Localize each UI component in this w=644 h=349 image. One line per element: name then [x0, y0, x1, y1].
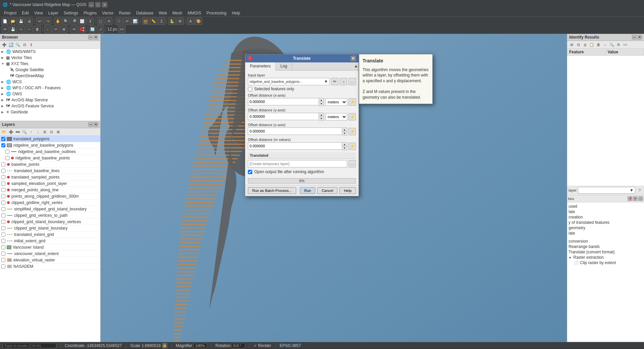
- statistics-button[interactable]: Σ: [158, 17, 165, 25]
- browser-item-xyz[interactable]: ▼ ▦ XYZ Tiles: [0, 61, 100, 67]
- log-item-geometry[interactable]: geometry: [569, 225, 643, 231]
- browser-close-btn[interactable]: ✕: [94, 35, 98, 40]
- layer-initial-extent-check[interactable]: [1, 239, 5, 243]
- layer-ridgeline-polygons-check[interactable]: [1, 143, 5, 147]
- merge-button[interactable]: ⊕: [60, 26, 67, 33]
- edit-mode-button[interactable]: ✏: [1, 26, 9, 33]
- menu-mmgis[interactable]: MMGIS: [185, 10, 204, 16]
- new-project-button[interactable]: 📄: [1, 17, 9, 25]
- move-feature-button[interactable]: ↔: [25, 26, 33, 33]
- layer-translated-extent[interactable]: translated_extent_grid: [0, 232, 100, 238]
- layer-expand-btn[interactable]: ⊟: [48, 129, 54, 135]
- menu-mesh[interactable]: Mesh: [170, 10, 185, 16]
- layer-baseline-points-check[interactable]: [1, 162, 5, 166]
- identify-print-btn[interactable]: 🖨: [582, 42, 588, 48]
- layer-initial-extent[interactable]: initial_extent_grid: [0, 238, 100, 244]
- log-item-used[interactable]: used: [569, 204, 643, 209]
- identify-clear-btn[interactable]: 🗑: [595, 42, 601, 48]
- processing-button[interactable]: ⚙: [176, 17, 184, 25]
- layer-translated-sampled-check[interactable]: [1, 175, 5, 179]
- log-box-expand-btn[interactable]: □: [638, 196, 643, 201]
- scale-tool[interactable]: ⤢: [97, 26, 104, 33]
- zoom-in-button[interactable]: 🔍: [62, 17, 70, 25]
- offset-z-input[interactable]: 0.000000: [248, 128, 342, 135]
- menu-vector[interactable]: Vector: [100, 10, 116, 16]
- browser-item-google[interactable]: 🛰 Google Satellite: [0, 67, 100, 73]
- pan-tool[interactable]: ✋: [54, 17, 62, 25]
- layer-group-btn[interactable]: ⊞: [42, 129, 48, 135]
- offset-y-data-btn[interactable]: ⚡: [348, 113, 356, 120]
- menu-project[interactable]: Project: [1, 10, 19, 16]
- epsg-badge[interactable]: EPSG:3857: [280, 343, 301, 348]
- menu-plugins[interactable]: Plugins: [81, 10, 99, 16]
- calculator-button[interactable]: 🧮: [142, 17, 149, 25]
- deselect-button[interactable]: ✕: [105, 17, 112, 25]
- input-layer-more-btn[interactable]: …: [348, 78, 356, 85]
- style-button[interactable]: 🎨: [195, 17, 202, 25]
- digitize-toolbar-button[interactable]: ✏: [70, 26, 78, 33]
- offset-x-input[interactable]: 0.000000: [248, 98, 319, 105]
- log-item-rearrange[interactable]: Rearrange bands: [569, 244, 643, 249]
- layer-elevation-raster[interactable]: elevation_virtual_raster: [0, 257, 100, 263]
- translated-output-input[interactable]: [248, 160, 347, 167]
- layer-ridgeline-outlines[interactable]: ridgeline_and_baseline_outlines: [0, 149, 100, 155]
- add-layer-button[interactable]: ➕: [115, 17, 123, 25]
- layer-filter-btn[interactable]: 🔍: [21, 129, 28, 135]
- layer-baseline-points[interactable]: baseline_points: [0, 161, 100, 168]
- layer-clipped-gridline-vertex-check[interactable]: [1, 201, 5, 205]
- layer-open-btn[interactable]: 📂: [1, 129, 7, 135]
- layer-points-gridlines-check[interactable]: [1, 194, 5, 198]
- offset-x-data-btn[interactable]: ⚡: [348, 98, 356, 106]
- browser-properties-btn[interactable]: ℹ: [28, 42, 34, 48]
- offset-y-down[interactable]: ▼: [319, 117, 324, 120]
- label-button[interactable]: A: [187, 17, 194, 25]
- layer-sampled-elevation[interactable]: sampled_elevation_point_layer: [0, 181, 100, 187]
- browser-filter-btn[interactable]: 🔍: [15, 42, 21, 48]
- identify-minimize-btn[interactable]: —: [632, 35, 637, 40]
- menu-edit[interactable]: Edit: [19, 10, 32, 16]
- layer-simplified-boundary-check[interactable]: [1, 207, 5, 211]
- input-layer-dropdown[interactable]: ridgeline_and_baseline_polygons [EPSG:38…: [248, 78, 330, 85]
- offset-y-up[interactable]: ▲: [319, 113, 324, 117]
- redo-button[interactable]: ↪: [44, 17, 51, 25]
- browser-item-arcgis-feature[interactable]: ▶ 🗺 ArcGIS Feature Service: [0, 103, 100, 109]
- menu-web[interactable]: Web: [156, 10, 169, 16]
- layer-selector-combo[interactable]: ▼: [578, 187, 635, 194]
- layer-boundary-vertices-check[interactable]: [1, 220, 5, 224]
- scale-lock-btn[interactable]: 🔒: [162, 343, 167, 348]
- open-project-button[interactable]: 📂: [9, 17, 17, 25]
- measure-button[interactable]: 📏: [150, 17, 157, 25]
- close-button[interactable]: ✕: [102, 2, 107, 7]
- layer-translated-sampled[interactable]: translated_sampled_points: [0, 174, 100, 181]
- maximize-button[interactable]: □: [95, 2, 101, 7]
- layer-translated-polygons[interactable]: translated_polygons: [0, 136, 100, 142]
- rotation-tool[interactable]: 🔄: [89, 26, 96, 33]
- browser-collapse-btn[interactable]: ⊟: [21, 42, 28, 48]
- browser-item-wcs[interactable]: ▶ 🌐 WCS: [0, 79, 100, 85]
- digitize-button[interactable]: ✏: [123, 17, 131, 25]
- tab-parameters[interactable]: Parameters: [245, 62, 276, 70]
- more-tools-button[interactable]: >>: [118, 26, 125, 33]
- browser-minimize-btn[interactable]: —: [88, 35, 93, 40]
- layers-close-btn[interactable]: ✕: [94, 122, 98, 127]
- identify-collapse-btn[interactable]: ⊟: [575, 42, 581, 48]
- browser-item-vector-tiles[interactable]: ▶ ▦ Vector Tiles: [0, 55, 100, 61]
- menu-layer[interactable]: Layer: [46, 10, 61, 16]
- node-tool-button[interactable]: ⬦: [44, 26, 51, 33]
- layer-vancouver-island-check[interactable]: [1, 245, 5, 249]
- browser-item-arcgis-map[interactable]: ▶ 🗺 ArcGIS Map Service: [0, 97, 100, 103]
- log-item-creation[interactable]: creation: [569, 214, 643, 220]
- layer-nasadem[interactable]: NASADEM: [0, 263, 100, 270]
- browser-add-btn[interactable]: ➕: [1, 42, 7, 48]
- identify-copy-btn[interactable]: 📋: [589, 42, 595, 48]
- layer-down-btn[interactable]: ↓: [35, 129, 41, 135]
- batch-process-button[interactable]: Run as Batch Process...: [248, 187, 296, 194]
- browser-item-wfs[interactable]: ▶ 🌐 WFS / OGC API - Features: [0, 85, 100, 91]
- layer-help-btn[interactable]: ?: [637, 187, 643, 193]
- layer-add-btn[interactable]: ➕: [8, 129, 14, 135]
- dialog-close-button[interactable]: ✕: [351, 56, 356, 61]
- add-feature-button[interactable]: +: [17, 26, 25, 33]
- offset-z-down[interactable]: ▼: [342, 132, 347, 135]
- log-item-history[interactable]: y of translated features: [569, 220, 643, 225]
- layer-ridgeline-outlines-check[interactable]: [5, 150, 9, 154]
